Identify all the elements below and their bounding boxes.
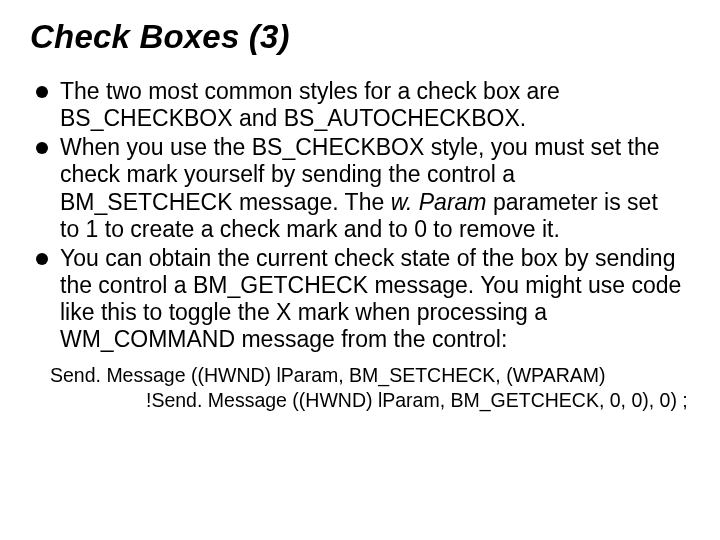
slide-title: Check Boxes (3) [30,18,690,56]
bullet-item: The two most common styles for a check b… [36,78,682,132]
bullet-list: The two most common styles for a check b… [30,78,690,353]
code-line: Send. Message ((HWND) lParam, BM_SETCHEC… [50,363,690,387]
bullet-text: The two most common styles for a check b… [60,78,560,131]
bullet-item: You can obtain the current check state o… [36,245,682,354]
code-sample: Send. Message ((HWND) lParam, BM_SETCHEC… [50,363,690,412]
italic-term: w. Param [391,189,487,215]
slide: Check Boxes (3) The two most common styl… [0,0,720,540]
bullet-item: When you use the BS_CHECKBOX style, you … [36,134,682,243]
bullet-text: You can obtain the current check state o… [60,245,681,352]
code-line: !Send. Message ((HWND) lParam, BM_GETCHE… [50,388,690,412]
